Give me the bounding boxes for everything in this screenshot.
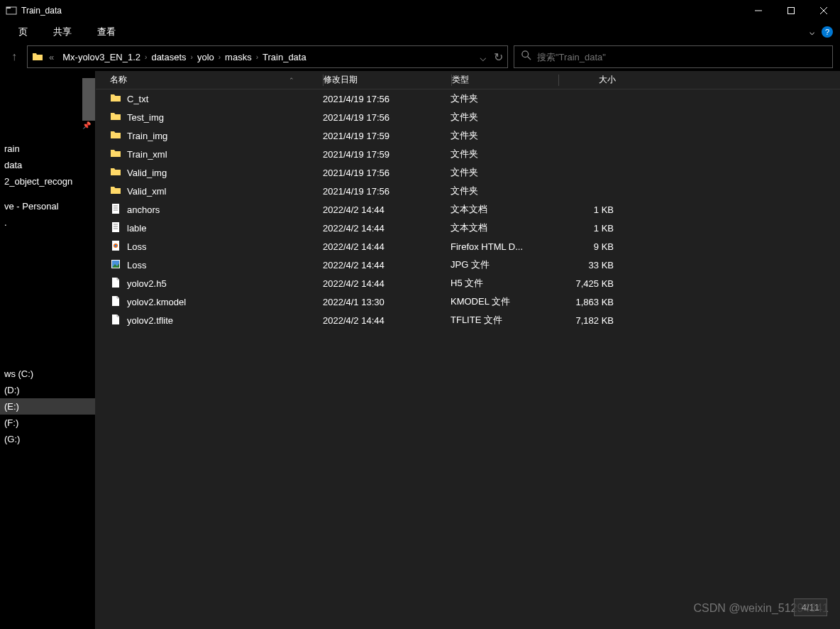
- col-date[interactable]: 修改日期: [324, 74, 451, 86]
- file-name: lable: [127, 223, 146, 234]
- svg-rect-8: [112, 204, 119, 214]
- pin-icon: 📌: [82, 121, 91, 129]
- svg-rect-1: [6, 7, 11, 9]
- file-name: anchors: [127, 204, 160, 215]
- sidebar-item[interactable]: data: [0, 157, 95, 173]
- file-type: Firefox HTML D...: [451, 241, 557, 252]
- file-type: 文件夹: [451, 111, 557, 124]
- help-icon[interactable]: ?: [822, 26, 833, 38]
- close-button[interactable]: [807, 0, 840, 21]
- file-row[interactable]: yolov2.tflite2022/4/2 14:44TFLITE 文件7,18…: [96, 311, 840, 329]
- maximize-button[interactable]: [775, 0, 807, 21]
- tab-view[interactable]: 查看: [84, 21, 128, 43]
- chevron-right-icon: ›: [191, 53, 193, 61]
- address-folder-icon: [32, 51, 43, 62]
- file-row[interactable]: anchors2022/4/2 14:44文本文档1 KB: [96, 200, 840, 219]
- sidebar-item[interactable]: (G:): [0, 431, 95, 447]
- refresh-icon[interactable]: ↻: [494, 50, 503, 64]
- file-row[interactable]: yolov2.h52022/4/2 14:44H5 文件7,425 KB: [96, 274, 840, 292]
- sidebar-item[interactable]: (F:): [0, 415, 95, 431]
- sidebar-item[interactable]: 2_object_recogn: [0, 173, 95, 190]
- address-dropdown-icon[interactable]: ⌵: [480, 50, 487, 64]
- html-icon: [110, 240, 121, 253]
- file-size: 33 KB: [557, 260, 628, 270]
- file-date: 2022/4/2 14:44: [323, 278, 451, 289]
- file-date: 2021/4/19 17:56: [323, 112, 451, 123]
- search-bar[interactable]: [514, 45, 833, 68]
- tab-home[interactable]: 页: [6, 21, 40, 43]
- nav-row: ↑ « Mx-yolov3_EN_1.2›datasets›yolo›masks…: [0, 43, 840, 71]
- file-name: C_txt: [127, 94, 148, 104]
- col-name[interactable]: 名称⌃: [96, 74, 323, 86]
- file-date: 2021/4/19 17:56: [323, 186, 451, 197]
- file-row[interactable]: Train_xml2021/4/19 17:59文件夹: [96, 145, 840, 163]
- sidebar-item[interactable]: (E:): [0, 398, 95, 415]
- file-name: yolov2.tflite: [127, 315, 173, 326]
- svg-rect-3: [788, 8, 795, 14]
- search-icon: [521, 50, 531, 63]
- col-size[interactable]: 大小: [559, 74, 630, 86]
- folder-icon: [110, 92, 121, 106]
- file-type: 文件夹: [451, 185, 557, 197]
- file-row[interactable]: C_txt2021/4/19 17:56文件夹: [96, 89, 840, 108]
- svg-line-7: [528, 57, 531, 60]
- col-type[interactable]: 类型: [452, 74, 558, 86]
- sidebar-item[interactable]: (D:): [0, 382, 95, 398]
- tab-share[interactable]: 共享: [40, 21, 84, 43]
- ribbon: 页 共享 查看 ⌵ ?: [0, 21, 840, 43]
- sidebar: 📌📌📌📌 raindata2_object_recogn ve - Person…: [0, 71, 96, 629]
- jpg-icon: [110, 258, 121, 272]
- file-row[interactable]: Train_img2021/4/19 17:59文件夹: [96, 126, 840, 145]
- sidebar-item[interactable]: .: [0, 214, 95, 231]
- file-date: 2022/4/2 14:44: [323, 315, 451, 326]
- file-name: yolov2.kmodel: [127, 297, 186, 307]
- sidebar-item[interactable]: ve - Personal: [0, 198, 95, 214]
- svg-point-18: [115, 244, 117, 246]
- crumb-history[interactable]: «: [46, 52, 57, 62]
- file-type: H5 文件: [451, 277, 557, 290]
- file-size: 1 KB: [557, 223, 628, 234]
- file-row[interactable]: yolov2.kmodel2022/4/1 13:30KMODEL 文件1,86…: [96, 292, 840, 311]
- file-row[interactable]: Loss2022/4/2 14:44JPG 文件33 KB: [96, 256, 840, 274]
- file-list-pane: 名称⌃ 修改日期 类型 大小 C_txt2021/4/19 17:56文件夹Te…: [96, 71, 840, 629]
- sidebar-quick-item[interactable]: 📌: [0, 78, 95, 92]
- crumb-yolo[interactable]: yolo: [194, 52, 217, 62]
- sidebar-scrollbar[interactable]: [82, 78, 95, 121]
- file-size: 1 KB: [557, 204, 628, 215]
- txt-icon: [110, 203, 121, 217]
- crumb-masks[interactable]: masks: [222, 52, 255, 62]
- file-row[interactable]: Loss2022/4/2 14:44Firefox HTML D...9 KB: [96, 237, 840, 256]
- search-input[interactable]: [537, 52, 825, 62]
- file-row[interactable]: Valid_xml2021/4/19 17:56文件夹: [96, 182, 840, 200]
- column-headers: 名称⌃ 修改日期 类型 大小: [96, 71, 840, 89]
- folder-icon: [110, 185, 121, 198]
- file-date: 2021/4/19 17:56: [323, 94, 451, 104]
- address-bar[interactable]: « Mx-yolov3_EN_1.2›datasets›yolo›masks›T…: [27, 45, 508, 68]
- file-date: 2022/4/2 14:44: [323, 241, 451, 252]
- crumb-Mx-yolov3_EN_1.2[interactable]: Mx-yolov3_EN_1.2: [60, 52, 143, 62]
- sidebar-quick-item[interactable]: 📌: [0, 105, 95, 119]
- file-date: 2021/4/19 17:56: [323, 168, 451, 178]
- crumb-Train_data[interactable]: Train_data: [260, 52, 309, 62]
- ribbon-collapse-icon[interactable]: ⌵: [809, 27, 814, 37]
- crumb-datasets[interactable]: datasets: [148, 52, 189, 62]
- file-row[interactable]: lable2022/4/2 14:44文本文档1 KB: [96, 219, 840, 237]
- sidebar-quick-item[interactable]: 📌: [0, 92, 95, 105]
- window-title: Train_data: [21, 6, 742, 16]
- svg-point-6: [522, 51, 529, 58]
- sidebar-item[interactable]: ws (C:): [0, 366, 95, 382]
- minimize-button[interactable]: [742, 0, 775, 21]
- svg-rect-12: [112, 222, 119, 232]
- file-date: 2021/4/19 17:59: [323, 149, 451, 160]
- file-icon: [110, 295, 121, 309]
- file-name: Loss: [127, 260, 146, 270]
- chevron-right-icon: ›: [256, 53, 258, 61]
- file-date: 2022/4/2 14:44: [323, 260, 451, 270]
- sidebar-item[interactable]: rain: [0, 141, 95, 157]
- file-row[interactable]: Test_img2021/4/19 17:56文件夹: [96, 108, 840, 126]
- file-row[interactable]: Valid_img2021/4/19 17:56文件夹: [96, 163, 840, 182]
- file-name: Valid_img: [127, 168, 167, 178]
- file-type: 文本文档: [451, 221, 557, 234]
- sidebar-quick-item[interactable]: 📌: [0, 119, 95, 132]
- nav-up-button[interactable]: ↑: [7, 50, 21, 64]
